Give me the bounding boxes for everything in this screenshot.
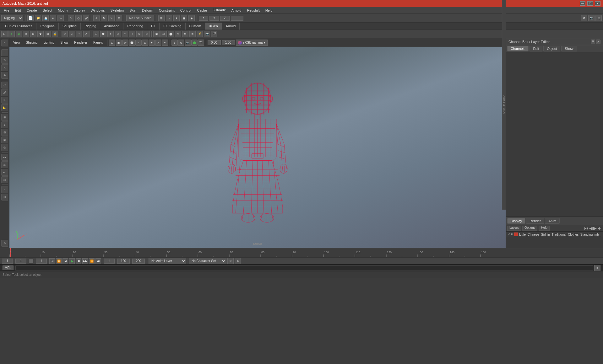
paint-select-button[interactable]: 🖌: [83, 15, 89, 21]
menu-skin[interactable]: Skin: [127, 8, 139, 13]
ln-next[interactable]: ▶: [593, 226, 597, 231]
tool-icon-3[interactable]: ◉: [16, 31, 22, 37]
select-tool-button[interactable]: ↖: [68, 15, 74, 21]
ctx-tab-xgen[interactable]: XGen: [205, 23, 222, 29]
cmd-result-button[interactable]: ≡: [594, 265, 600, 271]
menu-create[interactable]: Create: [24, 8, 40, 13]
tool-icon-25[interactable]: ✲: [182, 31, 188, 37]
vp-icon-14[interactable]: 🎬: [198, 40, 204, 46]
menu-windows[interactable]: Windows: [88, 8, 107, 13]
ctx-tab-custom[interactable]: Custom: [186, 23, 205, 29]
next-key-button[interactable]: ⏩: [89, 258, 95, 264]
undo-button[interactable]: ↩: [50, 15, 56, 21]
vp-icon-13[interactable]: ⬤: [191, 40, 198, 46]
rotate-button[interactable]: ↻: [101, 15, 107, 21]
cb-float-button[interactable]: ⧉: [591, 40, 595, 44]
range-start-input[interactable]: [2, 259, 13, 264]
vp-icon-9[interactable]: +: [162, 40, 168, 46]
cb-tab-channels[interactable]: Channels: [507, 46, 529, 51]
mode-dropdown[interactable]: Rigging: [1, 15, 23, 21]
vp-icon-3[interactable]: ◎: [122, 40, 128, 46]
range-end-input[interactable]: [132, 259, 145, 264]
lp-tab-anim[interactable]: Anim: [545, 218, 560, 224]
menu-select[interactable]: Select: [40, 8, 55, 13]
tool-icon-28[interactable]: 📷: [204, 31, 210, 37]
move-button[interactable]: ✛: [93, 15, 100, 21]
ln-last[interactable]: ⏭: [597, 226, 602, 231]
current-frame-input[interactable]: [15, 259, 26, 264]
ipr-render-button[interactable]: 🎬: [595, 15, 602, 21]
prev-frame-button[interactable]: ◀: [62, 258, 68, 264]
tool-icon-1[interactable]: ⊡: [1, 31, 8, 37]
lt-extra-2[interactable]: ⊠: [1, 194, 8, 201]
tool-icon-14[interactable]: ⬢: [100, 31, 106, 37]
lt-extra[interactable]: ⊕: [1, 72, 8, 79]
ctx-tab-arnold[interactable]: Arnold: [222, 23, 240, 29]
vp-val1-input[interactable]: [208, 40, 221, 45]
lp-tab-render[interactable]: Render: [526, 218, 544, 224]
cb-tab-object[interactable]: Object: [543, 46, 560, 51]
tool-icon-2[interactable]: ●: [8, 31, 15, 37]
tool-icon-9[interactable]: ◁: [62, 31, 68, 37]
snap-point-button[interactable]: ✦: [173, 15, 180, 21]
menu-control[interactable]: Control: [178, 8, 194, 13]
lt-rig-2[interactable]: ◈: [1, 121, 8, 128]
play-button[interactable]: ▶: [69, 258, 75, 264]
tool-icon-21[interactable]: ▣: [153, 31, 160, 37]
ctx-tab-curves[interactable]: Curves / Surfaces: [1, 23, 36, 29]
lt-rig-5[interactable]: ◎: [1, 144, 8, 151]
coord-extra-input[interactable]: [231, 16, 243, 21]
tool-icon-11[interactable]: +: [76, 31, 82, 37]
transform-button[interactable]: ⊞: [116, 15, 122, 21]
vp-menu-lighting[interactable]: Lighting: [41, 40, 57, 45]
tool-icon-4[interactable]: ⊕: [23, 31, 29, 37]
tool-icon-29[interactable]: 🎬: [211, 31, 217, 37]
coord-x-input[interactable]: [199, 16, 208, 21]
cb-close-button[interactable]: ✕: [596, 40, 600, 44]
lt-soft[interactable]: ◌: [1, 82, 8, 88]
snap-surface-button[interactable]: ▣: [181, 15, 187, 21]
new-file-button[interactable]: 📄: [27, 15, 34, 21]
snap-view-button[interactable]: ◈: [188, 15, 195, 21]
lt-rotate[interactable]: ↻: [1, 57, 8, 64]
tool-icon-20[interactable]: ⊗: [144, 31, 150, 37]
lt-layer-1[interactable]: ■■: [1, 154, 8, 161]
goto-end-button[interactable]: ⏭: [95, 258, 101, 264]
menu-constraint[interactable]: Constraint: [156, 8, 177, 13]
tool-icon-17[interactable]: ✦: [122, 31, 128, 37]
cb-tab-show[interactable]: Show: [561, 46, 577, 51]
tool-icon-6[interactable]: ✤: [37, 31, 44, 37]
command-input[interactable]: [15, 265, 593, 270]
open-file-button[interactable]: 📁: [35, 15, 41, 21]
cs-icon-1[interactable]: ⚙: [227, 258, 234, 264]
lt-select[interactable]: ↖: [1, 40, 8, 46]
menu-deform[interactable]: Deform: [139, 8, 156, 13]
vp-icon-12[interactable]: 📷: [185, 40, 191, 46]
tool-icon-26[interactable]: ≋: [189, 31, 196, 37]
vp-icon-8[interactable]: ✕: [155, 40, 161, 46]
timeline-area[interactable]: 1 10 20 30 40 50 60 70 80 90 100 110 120…: [0, 248, 603, 257]
coord-z-input[interactable]: [220, 16, 230, 21]
lt-rig-1[interactable]: ⊞: [1, 114, 8, 121]
lt-crease[interactable]: ✏: [1, 97, 8, 104]
cs-icon-2[interactable]: ⊕: [235, 258, 241, 264]
close-button[interactable]: ✕: [595, 1, 600, 6]
menu-help[interactable]: Help: [263, 8, 275, 13]
vp-icon-1[interactable]: ⊡: [109, 40, 115, 46]
ctx-tab-fxcaching[interactable]: FX Caching: [160, 23, 185, 29]
tool-icon-16[interactable]: ⊙: [115, 31, 121, 37]
next-frame-button[interactable]: ▶▶: [82, 258, 88, 264]
cb-tab-edit[interactable]: Edit: [530, 46, 542, 51]
maximize-button[interactable]: □: [587, 1, 593, 6]
goto-start-button[interactable]: ⏮: [49, 258, 55, 264]
snap-curve-button[interactable]: ~: [166, 15, 172, 21]
stop-button[interactable]: ⏹: [76, 258, 81, 264]
vp-icon-7[interactable]: ✴: [149, 40, 155, 46]
vp-menu-show[interactable]: Show: [58, 40, 71, 45]
vp-menu-view[interactable]: View: [11, 40, 23, 45]
tool-icon-5[interactable]: ⊠: [30, 31, 36, 37]
mel-label[interactable]: MEL: [3, 265, 14, 270]
tool-icon-23[interactable]: ⬤: [168, 31, 174, 37]
vp-menu-renderer[interactable]: Renderer: [72, 40, 90, 45]
gamma-display[interactable]: sRGB gamma ▾: [236, 40, 268, 46]
